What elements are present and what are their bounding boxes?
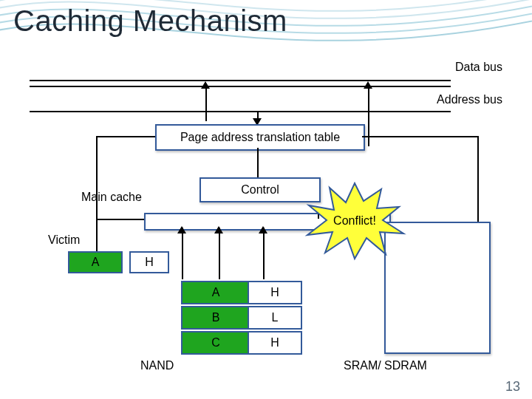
nand-cell-2-label: C xyxy=(181,331,250,355)
arrow-control-to-databus-stem xyxy=(368,87,369,146)
data-bus-line-top xyxy=(30,80,451,81)
page-address-translation-table: Page address translation table xyxy=(155,124,365,151)
sram-label: SRAM/ SDRAM xyxy=(344,359,427,372)
address-bus-label: Address bus xyxy=(414,93,502,106)
connector-pt-right-v xyxy=(477,136,479,222)
arrow-bar-nand3-head xyxy=(259,226,267,233)
main-cache-label: Main cache xyxy=(81,191,142,204)
conflict-starburst: Conflict! xyxy=(303,180,406,262)
nand-cell-1-status-text: L xyxy=(272,311,279,324)
victim-cell-status-text: H xyxy=(145,256,154,269)
nand-cell-0-status: H xyxy=(248,281,302,304)
page-number: 13 xyxy=(505,379,520,395)
arrow-bar-nand3-stem xyxy=(263,228,265,279)
arrow-bar-nand2-head xyxy=(214,226,223,233)
arrow-pagetable-to-databus-head xyxy=(201,81,210,89)
arrow-bar-nand1-head xyxy=(177,226,186,233)
nand-cell-2-status: H xyxy=(248,331,302,355)
diagram-stage: Data bus Address bus Page address transl… xyxy=(0,0,532,399)
nand-cell-1-label-text: B xyxy=(212,311,220,324)
data-bus-label: Data bus xyxy=(414,61,502,74)
nand-label: NAND xyxy=(140,359,174,372)
address-bus-line xyxy=(30,111,451,112)
connector-pt-right-h xyxy=(362,136,479,137)
connector-left-h1 xyxy=(96,136,155,137)
arrow-pagetable-to-databus-stem xyxy=(205,87,207,121)
connector-pagetable-control xyxy=(257,148,259,177)
victim-cell-status: H xyxy=(129,251,169,273)
nand-cell-2-status-text: H xyxy=(270,336,279,349)
connector-left-v xyxy=(96,136,98,254)
nand-cell-0-status-text: H xyxy=(270,286,279,299)
victim-cell-label-text: A xyxy=(92,256,100,269)
connector-left-h2 xyxy=(96,219,144,220)
nand-cell-2-label-text: C xyxy=(211,336,220,349)
arrow-control-to-databus-head xyxy=(364,81,372,89)
data-bus-line-bottom xyxy=(30,86,451,87)
nand-cell-1-status: L xyxy=(248,306,302,330)
nand-cell-0-label: A xyxy=(181,281,250,304)
control-text: Control xyxy=(241,183,279,197)
victim-cell-label: A xyxy=(68,251,123,273)
conflict-text: Conflict! xyxy=(303,180,406,262)
page-table-text: Page address translation table xyxy=(180,131,340,144)
nand-cell-1-label: B xyxy=(181,306,250,330)
arrow-bar-nand2-stem xyxy=(219,228,220,279)
nand-cell-0-label-text: A xyxy=(212,286,220,299)
victim-label: Victim xyxy=(48,233,80,247)
arrow-bar-nand1-stem xyxy=(182,228,183,279)
